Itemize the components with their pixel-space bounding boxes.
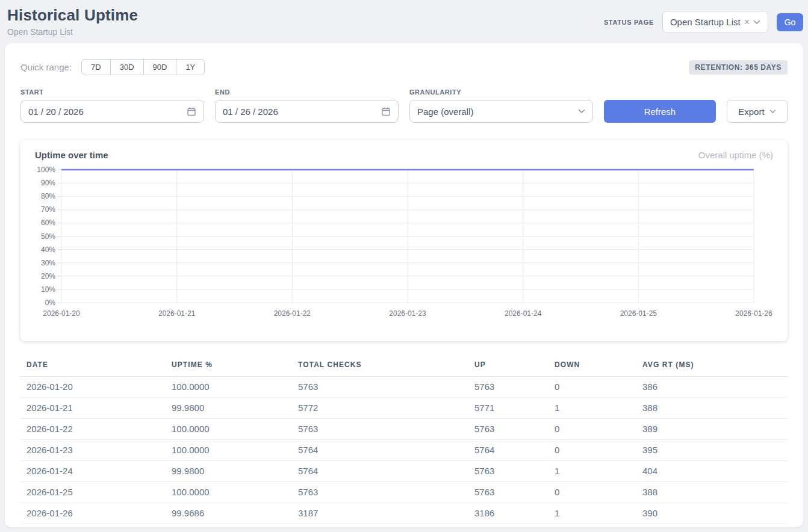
cell-down: 0 (550, 440, 638, 461)
quick-range-label: Quick range: (20, 62, 72, 72)
cell-total-checks: 5763 (293, 482, 470, 503)
cell-uptime: 100.0000 (167, 377, 293, 398)
svg-text:50%: 50% (41, 232, 55, 241)
quick-range-group: 7D 30D 90D 1Y (81, 59, 205, 75)
cell-up: 5763 (470, 461, 550, 482)
cell-down: 1 (550, 398, 638, 419)
quick-range-row: Quick range: 7D 30D 90D 1Y RETENTION: 36… (20, 59, 788, 75)
table-row: 2026-01-21 99.9800 5772 5771 1 388 (20, 398, 788, 419)
cell-total-checks: 5764 (293, 461, 470, 482)
cell-down: 1 (550, 461, 638, 482)
granularity-value: Page (overall) (417, 107, 578, 117)
retention-badge: RETENTION: 365 DAYS (689, 60, 788, 75)
cell-total-checks: 5763 (293, 377, 470, 398)
page-subtitle: Open Startup List (7, 27, 138, 37)
svg-text:20%: 20% (41, 272, 55, 280)
go-button[interactable]: Go (777, 13, 803, 31)
cell-uptime: 99.9686 (167, 503, 293, 524)
svg-text:80%: 80% (41, 192, 55, 200)
start-label: START (20, 88, 204, 96)
svg-text:0%: 0% (45, 298, 56, 307)
chart-header: Uptime over time Overall uptime (%) (35, 150, 773, 160)
start-date-value: 01 / 20 / 2026 (28, 107, 187, 117)
cell-avg-rt: 389 (638, 419, 788, 440)
cell-avg-rt: 395 (638, 440, 788, 461)
svg-text:2026-01-20: 2026-01-20 (43, 309, 80, 318)
chevron-down-icon (753, 20, 760, 25)
cell-total-checks: 5763 (293, 419, 470, 440)
end-date-field: END 01 / 26 / 2026 (215, 88, 399, 123)
status-page-label: STATUS PAGE (604, 19, 654, 26)
refresh-button[interactable]: Refresh (604, 100, 716, 123)
page-header: Historical Uptime Open Startup List STAT… (0, 0, 808, 43)
range-1y-button[interactable]: 1Y (176, 59, 205, 75)
range-30d-button[interactable]: 30D (110, 59, 144, 75)
chevron-down-icon (578, 109, 585, 114)
end-date-input[interactable]: 01 / 26 / 2026 (215, 100, 399, 123)
cell-total-checks: 5764 (293, 440, 470, 461)
svg-text:60%: 60% (41, 218, 55, 227)
cell-date: 2026-01-20 (20, 377, 167, 398)
svg-text:2026-01-24: 2026-01-24 (505, 309, 542, 318)
cell-avg-rt: 388 (638, 398, 788, 419)
end-date-value: 01 / 26 / 2026 (223, 107, 381, 117)
main-card: Quick range: 7D 30D 90D 1Y RETENTION: 36… (5, 43, 803, 527)
status-page-select[interactable]: Open Startup List × (662, 11, 768, 33)
chart-title: Uptime over time (35, 150, 108, 160)
calendar-icon[interactable] (187, 107, 196, 116)
cell-date: 2026-01-23 (20, 440, 167, 461)
svg-text:30%: 30% (41, 259, 55, 267)
cell-date: 2026-01-24 (20, 461, 167, 482)
cell-up: 5763 (470, 419, 550, 440)
cell-uptime: 99.9800 (167, 461, 293, 482)
export-label: Export (738, 107, 764, 117)
svg-text:2026-01-22: 2026-01-22 (274, 309, 311, 318)
status-page-value: Open Startup List (670, 17, 741, 27)
svg-text:70%: 70% (41, 205, 55, 214)
cell-avg-rt: 404 (638, 461, 788, 482)
range-7d-button[interactable]: 7D (81, 59, 111, 75)
chart-legend: Overall uptime (%) (698, 150, 773, 160)
cell-date: 2026-01-26 (20, 503, 167, 524)
col-total-checks: TOTAL CHECKS (293, 356, 470, 377)
end-label: END (215, 88, 399, 96)
col-uptime: UPTIME % (167, 356, 293, 377)
table-row: 2026-01-20 100.0000 5763 5763 0 386 (20, 377, 788, 398)
col-avg-rt: AVG RT (MS) (638, 356, 788, 377)
cell-up: 5771 (470, 398, 550, 419)
cell-down: 1 (550, 503, 638, 524)
table-row: 2026-01-25 100.0000 5763 5763 0 388 (20, 482, 788, 503)
calendar-icon[interactable] (381, 107, 391, 116)
chevron-down-icon (769, 110, 776, 114)
filter-fields-row: START 01 / 20 / 2026 END 01 / 26 / 2026 … (20, 88, 788, 123)
table-header: DATE UPTIME % TOTAL CHECKS UP DOWN AVG R… (20, 356, 788, 377)
range-90d-button[interactable]: 90D (143, 59, 177, 75)
cell-date: 2026-01-25 (20, 482, 167, 503)
granularity-label: GRANULARITY (409, 88, 593, 96)
uptime-chart-card: Uptime over time Overall uptime (%) 0%10… (20, 140, 788, 341)
svg-text:90%: 90% (41, 179, 55, 187)
table-row: 2026-01-26 99.9686 3187 3186 1 390 (20, 503, 788, 524)
export-button[interactable]: Export (727, 100, 788, 123)
svg-text:2026-01-23: 2026-01-23 (389, 309, 426, 318)
svg-text:10%: 10% (41, 285, 55, 294)
table-row: 2026-01-23 100.0000 5764 5764 0 395 (20, 440, 788, 461)
cell-avg-rt: 390 (638, 503, 788, 524)
svg-text:2026-01-21: 2026-01-21 (158, 309, 196, 318)
cell-up: 3186 (470, 503, 550, 524)
granularity-field: GRANULARITY Page (overall) (409, 88, 593, 123)
svg-text:40%: 40% (41, 246, 55, 254)
cell-date: 2026-01-22 (20, 419, 167, 440)
clear-selection-icon[interactable]: × (744, 17, 750, 27)
table-row: 2026-01-24 99.9800 5764 5763 1 404 (20, 461, 788, 482)
svg-text:2026-01-25: 2026-01-25 (620, 309, 657, 318)
cell-total-checks: 5772 (293, 398, 470, 419)
uptime-chart: 0%10%20%30%40%50%60%70%80%90%100%2026-01… (35, 164, 773, 321)
uptime-table: DATE UPTIME % TOTAL CHECKS UP DOWN AVG R… (20, 356, 788, 524)
cell-total-checks: 3187 (293, 503, 470, 524)
svg-text:2026-01-26: 2026-01-26 (735, 309, 772, 318)
cell-uptime: 100.0000 (167, 482, 293, 503)
cell-uptime: 100.0000 (167, 440, 293, 461)
granularity-select[interactable]: Page (overall) (409, 100, 593, 123)
start-date-input[interactable]: 01 / 20 / 2026 (20, 100, 204, 123)
